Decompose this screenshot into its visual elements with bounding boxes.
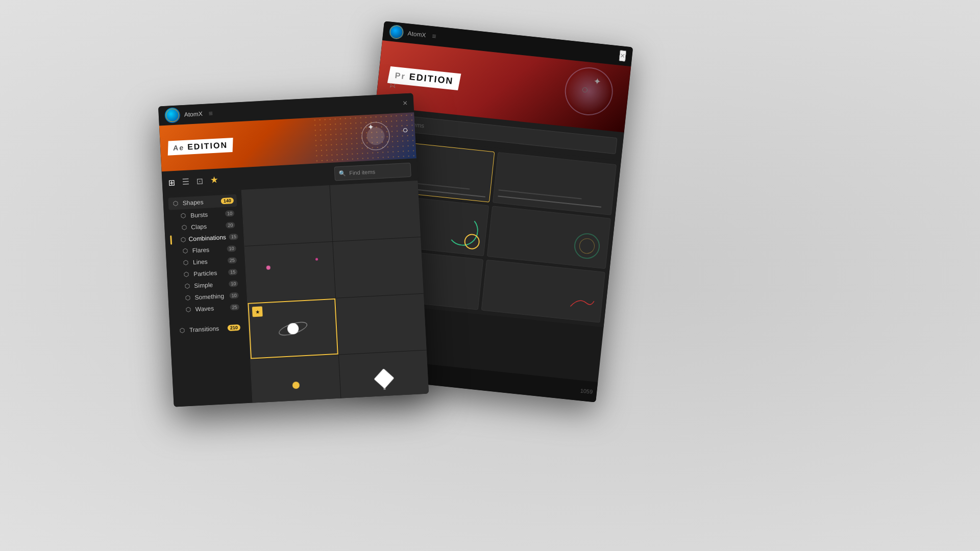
back-banner-sparkle: ✦ bbox=[593, 76, 602, 87]
grid-cell-7[interactable] bbox=[251, 355, 341, 403]
cell-orbit-content bbox=[249, 299, 337, 358]
transitions-icon: ⬡ bbox=[178, 327, 187, 334]
back-grid-cell-2[interactable] bbox=[493, 152, 617, 215]
flares-icon: ⬡ bbox=[181, 247, 189, 255]
grid-cell-3[interactable] bbox=[245, 242, 336, 303]
orbit-decoration bbox=[277, 318, 309, 340]
sidebar-transitions-section: ⬡ Transitions 210 bbox=[169, 317, 249, 342]
front-app-logo bbox=[164, 107, 181, 123]
front-edition-prefix: Ae bbox=[173, 143, 184, 152]
toolbar-export-icon[interactable]: ⊡ bbox=[196, 176, 203, 186]
claps-badge: 20 bbox=[226, 222, 235, 229]
combinations-label: Combinations bbox=[188, 234, 226, 243]
simple-icon: ⬡ bbox=[183, 283, 191, 290]
something-badge: 10 bbox=[229, 292, 239, 299]
sidebar-shapes-section: ⬡ Shapes 140 ⬡ Bursts 10 ⬡ Claps 20 ⬡ Co… bbox=[163, 190, 248, 321]
something-label: Something bbox=[194, 292, 227, 301]
transitions-badge: 210 bbox=[227, 324, 240, 331]
transitions-label: Transitions bbox=[189, 324, 225, 334]
sidebar: ⬡ Shapes 140 ⬡ Bursts 10 ⬡ Claps 20 ⬡ Co… bbox=[163, 190, 253, 407]
particles-icon: ⬡ bbox=[182, 271, 191, 279]
simple-label: Simple bbox=[194, 281, 226, 289]
back-app-logo bbox=[388, 24, 404, 40]
grid-cell-5-highlighted[interactable]: ★ bbox=[248, 298, 338, 359]
lines-icon: ⬡ bbox=[182, 259, 190, 267]
grid-cell-6[interactable] bbox=[336, 294, 427, 355]
back-grid-cell-4[interactable] bbox=[487, 206, 611, 269]
sidebar-item-transitions[interactable]: ⬡ Transitions 210 bbox=[175, 321, 243, 337]
shapes-icon: ⬡ bbox=[172, 200, 180, 208]
front-content-area: ⬡ Shapes 140 ⬡ Bursts 10 ⬡ Claps 20 ⬡ Co… bbox=[163, 181, 429, 407]
footer-expand-icon[interactable]: ⊞ bbox=[417, 400, 424, 407]
shapes-badge: 140 bbox=[220, 197, 234, 204]
toolbar-list-icon[interactable]: ☰ bbox=[182, 177, 189, 187]
front-menu-icon[interactable]: ≡ bbox=[208, 109, 213, 117]
back-edition-badge: Pr EDITION bbox=[387, 66, 461, 90]
back-footer-text: 1059 bbox=[580, 387, 593, 394]
front-close-button[interactable]: × bbox=[402, 98, 407, 108]
bursts-badge: 10 bbox=[225, 210, 235, 217]
aftereffects-window: AtomX ≡ × ✦ Ae EDITION ⊞ ☰ ⊡ ★ 🔍 Find it… bbox=[158, 93, 429, 407]
particles-badge: 15 bbox=[228, 269, 238, 276]
yellow-dot-decoration bbox=[292, 382, 300, 389]
cell-pink-dot2 bbox=[315, 258, 318, 261]
back-app-title: AtomX bbox=[407, 30, 426, 39]
back-edition-label: EDITION bbox=[409, 71, 454, 87]
back-banner-circle bbox=[582, 87, 587, 93]
toolbar-favorites-icon[interactable]: ★ bbox=[210, 174, 218, 186]
waves-icon: ⬡ bbox=[184, 306, 192, 314]
front-edition-label: EDITION bbox=[187, 140, 228, 152]
back-grid-cell-6[interactable] bbox=[481, 260, 605, 323]
back-close-button[interactable]: × bbox=[619, 50, 627, 62]
simple-badge: 10 bbox=[229, 281, 238, 287]
combinations-badge: 15 bbox=[229, 234, 239, 240]
claps-icon: ⬡ bbox=[180, 224, 188, 232]
diamond-decoration bbox=[374, 368, 395, 389]
particles-label: Particles bbox=[193, 269, 226, 278]
lines-label: Lines bbox=[193, 257, 225, 266]
back-menu-icon[interactable]: ≡ bbox=[432, 32, 437, 40]
bursts-label: Bursts bbox=[190, 210, 223, 219]
bursts-icon: ⬡ bbox=[179, 212, 188, 220]
waves-badge: 25 bbox=[230, 304, 239, 311]
grid-cell-8[interactable] bbox=[339, 350, 429, 403]
grid-cell-2[interactable] bbox=[330, 181, 421, 241]
cell-pink-dot bbox=[266, 265, 271, 269]
flares-badge: 10 bbox=[227, 245, 236, 252]
back-arc2-decoration bbox=[463, 233, 480, 250]
back-edition-prefix: Pr bbox=[395, 71, 406, 81]
front-search-placeholder: Find items bbox=[349, 168, 375, 176]
front-app-title: AtomX bbox=[184, 110, 203, 118]
claps-label: Claps bbox=[191, 222, 223, 231]
orbit-circle bbox=[287, 323, 299, 335]
grid-cell-1[interactable] bbox=[242, 185, 333, 246]
grid-cell-4[interactable] bbox=[333, 237, 424, 298]
toolbar-sliders-icon[interactable]: ⊞ bbox=[168, 177, 175, 187]
content-grid: ★ bbox=[242, 181, 429, 403]
something-icon: ⬡ bbox=[183, 294, 192, 302]
footer-progress-bar bbox=[209, 404, 413, 407]
cell-diamond-content bbox=[339, 350, 429, 403]
cell-yellow-dot-content bbox=[251, 355, 341, 403]
front-edition-badge: Ae EDITION bbox=[168, 138, 233, 156]
combinations-icon: ⬡ bbox=[180, 236, 186, 243]
shapes-label: Shapes bbox=[183, 198, 218, 207]
flares-label: Flares bbox=[192, 245, 224, 254]
waves-label: Waves bbox=[195, 304, 227, 313]
front-search-icon: 🔍 bbox=[339, 170, 347, 177]
front-search-box[interactable]: 🔍 Find items bbox=[334, 163, 411, 181]
lines-badge: 25 bbox=[228, 257, 237, 264]
